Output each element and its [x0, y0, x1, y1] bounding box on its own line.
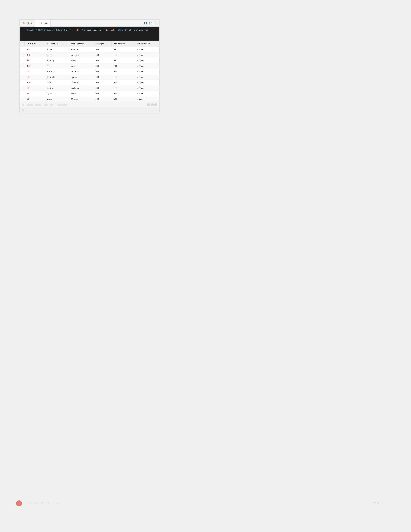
dot-2 [151, 103, 154, 106]
col-header-firstname[interactable]: stdFirstName [44, 41, 69, 47]
col-header-major[interactable]: stdMajor [93, 41, 112, 47]
refresh-icon: 🔄 [149, 22, 152, 24]
cell-residence: In state [134, 47, 159, 52]
results-table: ! idStudent stdFirstName stdLastName std… [19, 41, 159, 102]
cell-id: 96 [25, 96, 44, 102]
cell-standing: JR [112, 58, 134, 63]
table-header-row: ! idStudent stdFirstName stdLastName std… [19, 41, 159, 47]
row-number [19, 58, 25, 63]
cell-id: 62 [25, 85, 44, 91]
cell-lastname: Thomas [69, 80, 93, 85]
cell-major: FIN [93, 96, 112, 102]
table-row: 11AdalynBennettFINJRIn state [19, 47, 159, 52]
cell-lastname: James [69, 74, 93, 80]
cell-standing: SO [112, 91, 134, 96]
tab-active-label: SQLite [41, 22, 47, 24]
cell-major: FIN [93, 69, 112, 74]
col-header-id[interactable]: idStudent [25, 41, 44, 47]
table-row: 45BrooklynGrahamFINSOIn state [19, 69, 159, 74]
table-row: 84AnthonyMillerFINJRIn state [19, 58, 159, 63]
query-text: SELECT * FROM Student WHERE stdmajor = '… [27, 28, 148, 32]
cell-major: FIN [93, 80, 112, 85]
row-number [19, 47, 25, 52]
cell-residence: In state [134, 85, 159, 91]
cell-major: FIN [93, 85, 112, 91]
table-row: 62ConnorJacksonFINFRIn state [19, 85, 159, 91]
cell-lastname: Miller [69, 58, 93, 63]
cell-major: FIN [93, 74, 112, 80]
save-button[interactable]: 💾 [144, 21, 147, 25]
cell-firstname: Connor [44, 85, 69, 91]
save-icon: 💾 [144, 22, 147, 24]
row-count-label: ██ [22, 109, 24, 111]
dot-1 [147, 103, 150, 106]
query-editor[interactable]: 1 SELECT * FROM Student WHERE stdmajor =… [19, 27, 159, 41]
cell-lastname: Williams [69, 52, 93, 58]
col-header-lastname[interactable]: stdLastName [69, 41, 93, 47]
cell-standing: FR [112, 52, 134, 58]
row-number [19, 52, 25, 58]
row-number [19, 85, 25, 91]
cell-standing: SO [112, 63, 134, 69]
tab-actions: 💾 🔄 + [142, 19, 159, 27]
cell-id: 63 [25, 74, 44, 80]
cell-id: 11 [25, 47, 44, 52]
dot-3 [154, 103, 157, 106]
table-row: 137AriaWardFINSOIn state [19, 63, 159, 69]
cell-residence: In state [134, 58, 159, 63]
app-name: SQLiteOnline.com [25, 501, 59, 505]
cell-lastname: Ward [69, 63, 93, 69]
cell-standing: JR [112, 47, 134, 52]
app-logo [16, 500, 22, 506]
row-number [19, 74, 25, 80]
cell-lastname: Bennett [69, 47, 93, 52]
row-number [19, 63, 25, 69]
pagination-dots [147, 103, 157, 106]
table-row: 128ChloeThomasFINSOIn state [19, 80, 159, 85]
cell-id: 137 [25, 63, 44, 69]
cell-firstname: Elijah [44, 96, 69, 102]
cell-residence: In state [134, 69, 159, 74]
cell-major: FIN [93, 58, 112, 63]
refresh-button[interactable]: 🔄 [149, 21, 152, 25]
cell-major: FIN [93, 91, 112, 96]
cell-major: FIN [93, 47, 112, 52]
col-header-standing[interactable]: stdStanding [112, 41, 134, 47]
cell-id: 45 [25, 69, 44, 74]
table-row: 74DylanLewisFINSOIn state [19, 91, 159, 96]
row-number [19, 80, 25, 85]
cell-firstname: Brooklyn [44, 69, 69, 74]
table-row: 96ElijahOwensFINSRIn state [19, 96, 159, 102]
table-row: 143AlexisWilliamsFINFRIn state [19, 52, 159, 58]
cell-residence: In state [134, 52, 159, 58]
cell-standing: SO [112, 69, 134, 74]
tab-sqlite-active[interactable]: ↩ SQLite [36, 19, 51, 27]
add-button[interactable]: + [154, 21, 158, 25]
query-line-1: 1 SELECT * FROM Student WHERE stdmajor =… [19, 28, 159, 32]
cell-id: 128 [25, 80, 44, 85]
cell-id: 74 [25, 91, 44, 96]
row-number [19, 96, 25, 102]
cell-lastname: Graham [69, 69, 93, 74]
cell-standing: SR [112, 96, 134, 102]
table-row: 63CharlotteJamesFINFRIn state [19, 74, 159, 80]
home-icon: 🏠 [22, 22, 25, 24]
line-number: 1 [22, 28, 25, 31]
cell-lastname: Jackson [69, 85, 93, 91]
watermark-version: Paid [373, 502, 379, 505]
col-header-num: ! [19, 41, 25, 47]
cell-firstname: Chloe [44, 80, 69, 85]
col-header-residence[interactable]: stdResidence [134, 41, 159, 47]
row-number [19, 91, 25, 96]
cell-residence: In state [134, 91, 159, 96]
footer-blurred-text: ██ ████ ████ ███ ██ ███████ [22, 104, 67, 106]
row-number [19, 69, 25, 74]
cell-residence: In state [134, 63, 159, 69]
footer-row: ██ ████ ████ ███ ██ ███████ [19, 102, 159, 107]
watermark-area: SQLiteOnline.com [16, 500, 59, 506]
tab-sqlite-home[interactable]: 🏠 SQLite [19, 19, 36, 27]
cell-residence: In state [134, 74, 159, 80]
cell-major: FIN [93, 52, 112, 58]
cell-standing: SO [112, 80, 134, 85]
bottom-status-bar: ██ [19, 107, 159, 113]
